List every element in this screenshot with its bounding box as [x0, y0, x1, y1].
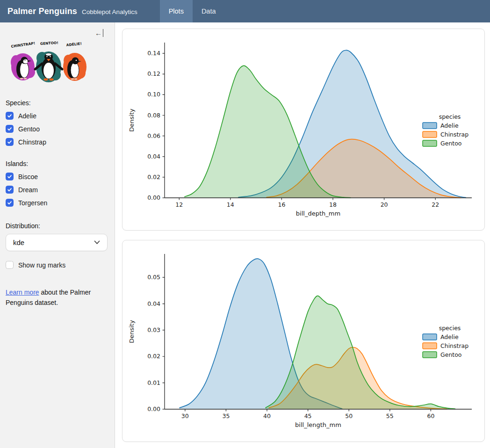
distribution-label: Distribution:: [6, 222, 108, 230]
penguins-artwork-image: CHINSTRAP! GENTOO! ADÉLIE!: [7, 40, 90, 87]
svg-text:50: 50: [345, 412, 353, 419]
distribution-select-value: kde: [13, 238, 24, 246]
bill-length-kde-chart: 303540455055600.000.010.020.030.040.05bi…: [122, 240, 484, 432]
svg-text:30: 30: [181, 412, 189, 419]
checkbox-rug-label: Show rug marks: [18, 261, 65, 269]
checkbox-row-rug-marks[interactable]: Show rug marks: [6, 261, 108, 269]
svg-text:0.02: 0.02: [147, 173, 160, 181]
bill-depth-kde-chart: 1214161820220.000.020.040.060.080.100.12…: [122, 29, 484, 221]
brand: Palmer Penguins Cobblepot Analytics: [0, 0, 137, 22]
svg-text:22: 22: [432, 201, 439, 208]
svg-text:Chinstrap: Chinstrap: [440, 342, 468, 349]
nav-tabs: Plots Data: [160, 0, 225, 22]
learn-more-link[interactable]: Learn more: [6, 289, 39, 296]
checkbox-dream-icon[interactable]: [6, 186, 14, 194]
svg-text:species: species: [439, 325, 461, 332]
svg-text:0.10: 0.10: [147, 91, 160, 98]
checkbox-row-adelie[interactable]: Adelie: [6, 112, 108, 120]
svg-text:0.00: 0.00: [147, 194, 160, 201]
svg-text:12: 12: [175, 201, 183, 208]
bill-depth-card: 1214161820220.000.020.040.060.080.100.12…: [122, 29, 485, 231]
svg-text:bill_depth_mm: bill_depth_mm: [296, 210, 340, 217]
svg-text:0.08: 0.08: [147, 112, 160, 119]
checkbox-row-dream[interactable]: Dream: [6, 186, 108, 194]
chevron-down-icon: [94, 240, 100, 245]
svg-text:Adelie: Adelie: [440, 122, 459, 129]
svg-text:0.12: 0.12: [147, 70, 160, 77]
svg-text:60: 60: [427, 412, 434, 419]
distribution-select[interactable]: kde: [6, 234, 108, 251]
svg-text:species: species: [439, 113, 461, 120]
app-title: Palmer Penguins: [7, 7, 77, 16]
checkbox-adelie-icon[interactable]: [6, 112, 14, 120]
app-subtitle: Cobblepot Analytics: [82, 7, 137, 15]
svg-text:55: 55: [386, 412, 394, 419]
svg-text:16: 16: [278, 201, 285, 208]
tab-plots[interactable]: Plots: [160, 0, 193, 22]
checkbox-row-gentoo[interactable]: Gentoo: [6, 125, 108, 133]
checkbox-gentoo-icon[interactable]: [6, 125, 14, 133]
checkbox-chinstrap-label: Chinstrap: [18, 138, 46, 146]
tab-data[interactable]: Data: [193, 0, 225, 22]
adelie-label: ADÉLIE!: [66, 42, 82, 47]
checkbox-chinstrap-icon[interactable]: [6, 138, 14, 146]
main-content: 1214161820220.000.020.040.060.080.100.12…: [115, 22, 490, 448]
svg-text:0.14: 0.14: [147, 50, 160, 57]
checkbox-gentoo-label: Gentoo: [18, 125, 40, 133]
svg-text:0.06: 0.06: [147, 132, 160, 139]
svg-text:0.05: 0.05: [147, 274, 160, 281]
checkbox-biscoe-icon[interactable]: [6, 173, 14, 181]
svg-text:Chinstrap: Chinstrap: [440, 131, 468, 138]
svg-text:Gentoo: Gentoo: [440, 140, 462, 147]
svg-text:0.02: 0.02: [147, 353, 160, 360]
checkbox-torgersen-icon[interactable]: [6, 199, 14, 207]
svg-text:40: 40: [263, 412, 271, 419]
checkbox-rug-icon[interactable]: [6, 261, 14, 269]
svg-text:Adelie: Adelie: [440, 333, 459, 340]
checkbox-row-biscoe[interactable]: Biscoe: [6, 173, 108, 181]
svg-text:0.03: 0.03: [147, 326, 160, 333]
checkbox-adelie-label: Adelie: [18, 112, 36, 120]
svg-text:Density: Density: [128, 108, 135, 132]
svg-text:Gentoo: Gentoo: [440, 351, 462, 358]
checkbox-row-torgersen[interactable]: Torgersen: [6, 199, 108, 207]
svg-text:0.00: 0.00: [147, 405, 160, 412]
svg-text:45: 45: [304, 412, 312, 419]
bill-length-card: 303540455055600.000.010.020.030.040.05bi…: [122, 240, 485, 442]
svg-text:0.01: 0.01: [147, 379, 160, 386]
learn-more-text: Learn more about the Palmer Penguins dat…: [6, 288, 99, 308]
svg-text:14: 14: [227, 201, 234, 208]
checkbox-torgersen-label: Torgersen: [18, 199, 47, 207]
chinstrap-label: CHINSTRAP!: [11, 41, 36, 49]
svg-text:bill_length_mm: bill_length_mm: [295, 421, 341, 428]
svg-text:Density: Density: [128, 320, 135, 343]
islands-label: Islands:: [6, 160, 108, 167]
svg-text:20: 20: [381, 201, 388, 208]
svg-text:18: 18: [329, 201, 337, 208]
top-nav: Palmer Penguins Cobblepot Analytics Plot…: [0, 0, 490, 22]
species-label: Species:: [6, 99, 108, 107]
checkbox-dream-label: Dream: [18, 186, 38, 194]
svg-text:35: 35: [222, 412, 230, 419]
checkbox-biscoe-label: Biscoe: [18, 173, 38, 181]
sidebar: ←: [0, 22, 115, 448]
gentoo-label: GENTOO!: [40, 41, 58, 46]
sidebar-collapse-icon[interactable]: ←: [95, 29, 103, 37]
svg-text:0.04: 0.04: [147, 153, 160, 160]
svg-text:0.04: 0.04: [147, 300, 160, 307]
checkbox-row-chinstrap[interactable]: Chinstrap: [6, 138, 108, 146]
app-window: Palmer Penguins Cobblepot Analytics Plot…: [0, 0, 490, 448]
